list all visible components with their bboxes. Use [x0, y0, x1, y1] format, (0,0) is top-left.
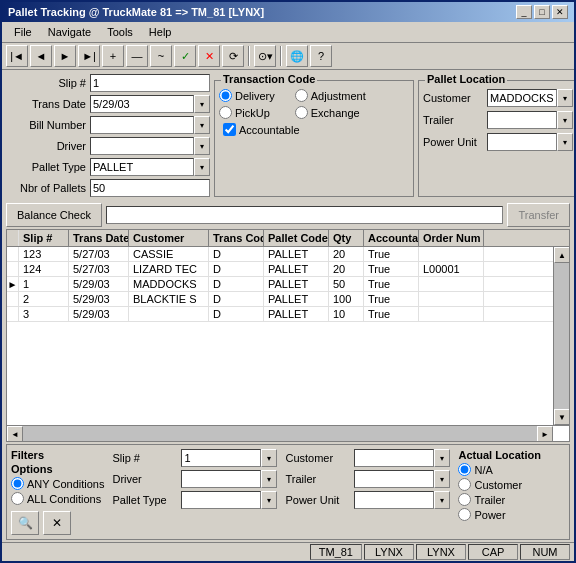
toolbar-globe[interactable]: 🌐 — [286, 45, 308, 67]
toolbar-help[interactable]: ? — [310, 45, 332, 67]
filter-driver-btn[interactable]: ▾ — [261, 470, 277, 488]
menu-tools[interactable]: Tools — [99, 24, 141, 40]
filter-trailer-btn[interactable]: ▾ — [434, 470, 450, 488]
data-table: Slip # Trans Date Customer Trans Code Pa… — [6, 229, 570, 442]
pl-customer-label: Customer — [423, 92, 485, 104]
scroll-left-btn[interactable]: ◄ — [7, 426, 23, 442]
toolbar-save[interactable]: ✓ — [174, 45, 196, 67]
tc-delivery-radio[interactable] — [219, 89, 232, 102]
table-row[interactable]: 123 5/27/03 CASSIE D PALLET 20 True — [7, 247, 553, 262]
pl-customer-input[interactable] — [487, 89, 557, 107]
nbr-pallets-input[interactable] — [90, 179, 210, 197]
th-slip: Slip # — [19, 230, 69, 246]
vertical-scrollbar[interactable]: ▲ ▼ — [553, 247, 569, 425]
maximize-button[interactable]: □ — [534, 5, 550, 19]
row-tcode-5: D — [209, 307, 264, 321]
pallet-type-input[interactable] — [90, 158, 194, 176]
driver-btn[interactable]: ▾ — [194, 137, 210, 155]
minimize-button[interactable]: _ — [516, 5, 532, 19]
table-row[interactable]: 124 5/27/03 LIZARD TEC D PALLET 20 True … — [7, 262, 553, 277]
toolbar-refresh[interactable]: ⟳ — [222, 45, 244, 67]
toolbar-dropdown[interactable]: ⊙▾ — [254, 45, 276, 67]
pl-powerunit-input[interactable] — [487, 133, 557, 151]
table-row[interactable]: 3 5/29/03 D PALLET 10 True — [7, 307, 553, 322]
filter-all-radio[interactable] — [11, 492, 24, 505]
filter-powerunit-input[interactable] — [354, 491, 434, 509]
pl-trailer-input[interactable] — [487, 111, 557, 129]
close-button[interactable]: ✕ — [552, 5, 568, 19]
row-qty-3: 50 — [329, 277, 364, 291]
fal-customer-radio[interactable] — [458, 478, 471, 491]
pl-trailer-wrap: ▾ — [487, 111, 573, 129]
pl-powerunit-btn[interactable]: ▾ — [557, 133, 573, 151]
bill-number-btn[interactable]: ▾ — [194, 116, 210, 134]
bill-number-row: Bill Number ▾ — [6, 116, 210, 134]
toolbar-cancel[interactable]: ✕ — [198, 45, 220, 67]
trans-date-input[interactable] — [90, 95, 194, 113]
filter-trailer-input[interactable] — [354, 470, 434, 488]
th-accountable: Accountable — [364, 230, 419, 246]
filter-apply-btn[interactable]: 🔍 — [11, 511, 39, 535]
menu-file[interactable]: File — [6, 24, 40, 40]
toolbar-edit[interactable]: ~ — [150, 45, 172, 67]
fal-power-radio[interactable] — [458, 508, 471, 521]
toolbar-insert[interactable]: + — [102, 45, 124, 67]
table-row[interactable]: ► 1 5/29/03 MADDOCKS D PALLET 50 True — [7, 277, 553, 292]
filter-driver-wrap: ▾ — [181, 470, 277, 488]
status-bar: TM_81 LYNX LYNX CAP NUM — [2, 542, 574, 561]
menu-navigate[interactable]: Navigate — [40, 24, 99, 40]
scroll-down-btn[interactable]: ▼ — [554, 409, 569, 425]
toolbar-first[interactable]: |◄ — [6, 45, 28, 67]
toolbar-next[interactable]: ► — [54, 45, 76, 67]
row-indicator-1 — [7, 247, 19, 261]
pl-trailer-btn[interactable]: ▾ — [557, 111, 573, 129]
fal-trailer-radio[interactable] — [458, 493, 471, 506]
filter-all: ALL Conditions — [11, 492, 104, 505]
pallet-type-btn[interactable]: ▾ — [194, 158, 210, 176]
fal-power-label: Power — [474, 509, 505, 521]
menu-help[interactable]: Help — [141, 24, 180, 40]
filter-clear-btn[interactable]: ✕ — [43, 511, 71, 535]
transfer-button[interactable]: Transfer — [507, 203, 570, 227]
row-trans-1: 5/27/03 — [69, 247, 129, 261]
toolbar-delete[interactable]: — — [126, 45, 148, 67]
row-qty-4: 100 — [329, 292, 364, 306]
scroll-up-btn[interactable]: ▲ — [554, 247, 569, 263]
row-acc-3: True — [364, 277, 419, 291]
balance-check-button[interactable]: Balance Check — [6, 203, 102, 227]
driver-input[interactable] — [90, 137, 194, 155]
tc-adjustment-radio[interactable] — [295, 89, 308, 102]
row-qty-1: 20 — [329, 247, 364, 261]
filter-customer-btn[interactable]: ▾ — [434, 449, 450, 467]
filter-pallettype-wrap: ▾ — [181, 491, 277, 509]
trans-date-row: Trans Date ▾ — [6, 95, 210, 113]
filter-slip-input[interactable] — [181, 449, 261, 467]
bill-number-input[interactable] — [90, 116, 194, 134]
filter-powerunit-btn[interactable]: ▾ — [434, 491, 450, 509]
accountable-checkbox[interactable] — [223, 123, 236, 136]
tc-pickup-radio[interactable] — [219, 106, 232, 119]
fal-na-radio[interactable] — [458, 463, 471, 476]
row-order-1 — [419, 247, 484, 261]
toolbar-last[interactable]: ►| — [78, 45, 100, 67]
toolbar-prev[interactable]: ◄ — [30, 45, 52, 67]
middle-spacer-input[interactable] — [106, 206, 503, 224]
scroll-right-btn[interactable]: ► — [537, 426, 553, 442]
filter-driver-input[interactable] — [181, 470, 261, 488]
filter-pallettype-btn[interactable]: ▾ — [261, 491, 277, 509]
filter-any-radio[interactable] — [11, 477, 24, 490]
tc-radio-group-right: Adjustment Exchange — [295, 89, 366, 119]
slip-input[interactable] — [90, 74, 210, 92]
pl-customer-btn[interactable]: ▾ — [557, 89, 573, 107]
filter-slip-btn[interactable]: ▾ — [261, 449, 277, 467]
pallet-type-row: Pallet Type ▾ — [6, 158, 210, 176]
filter-trailer-wrap: ▾ — [354, 470, 450, 488]
trans-date-btn[interactable]: ▾ — [194, 95, 210, 113]
tc-delivery-label: Delivery — [235, 90, 275, 102]
row-order-5 — [419, 307, 484, 321]
filter-customer-input[interactable] — [354, 449, 434, 467]
pl-trailer-label: Trailer — [423, 114, 485, 126]
tc-exchange-radio[interactable] — [295, 106, 308, 119]
filter-pallettype-input[interactable] — [181, 491, 261, 509]
table-row[interactable]: 2 5/29/03 BLACKTIE S D PALLET 100 True — [7, 292, 553, 307]
